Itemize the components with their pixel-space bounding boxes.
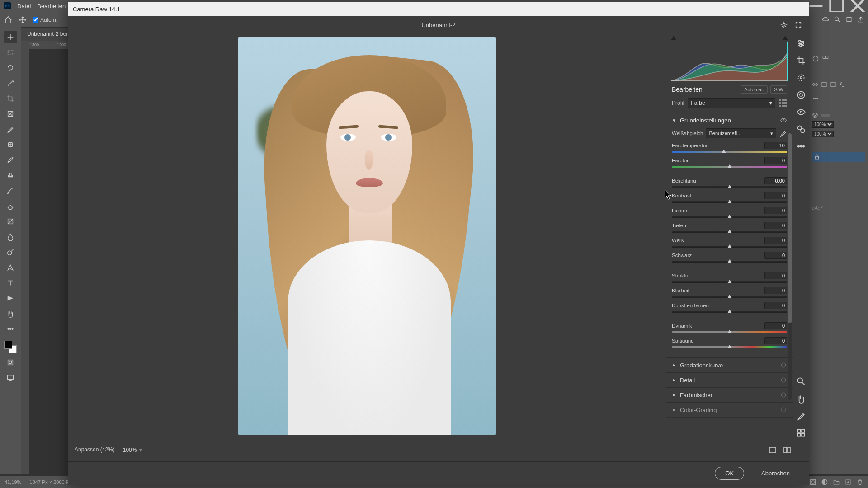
gear-icon[interactable] [780,21,788,29]
screenmode-icon[interactable] [4,371,17,384]
slider-saturation[interactable]: Sättigung0 [672,337,787,348]
scrollbar-thumb[interactable] [788,133,792,323]
masking-icon[interactable] [796,90,806,100]
eye-icon[interactable] [812,81,818,88]
bw-button[interactable]: S/W [770,85,787,94]
crop-tool-icon[interactable] [4,92,17,105]
slider-value[interactable]: -10 [764,142,787,149]
chevron-down-icon[interactable]: ▾ [139,447,142,453]
selected-layer[interactable] [812,152,865,162]
gradient-tool-icon[interactable] [4,215,17,228]
dialog-title-bar[interactable]: Camera Raw 14.1 [68,2,809,16]
slider-value[interactable]: 0 [764,272,787,279]
slider-value[interactable]: 0 [764,207,787,214]
auto-button[interactable]: Automat. [741,85,768,94]
healing-tool-icon[interactable] [4,138,17,151]
clip-highlight-icon[interactable] [783,36,788,40]
cloud-icon[interactable] [822,16,829,23]
zoom-level[interactable]: 41,19% [5,479,21,485]
redeye-icon[interactable] [796,107,806,117]
slider-knob[interactable] [727,280,732,283]
artboard-icon[interactable] [845,16,853,23]
blur-tool-icon[interactable] [4,230,17,243]
profile-browser-icon[interactable] [779,99,787,107]
slider-dehaze[interactable]: Dunst entfernen0 [672,302,787,313]
slider-value[interactable]: 0 [764,237,787,244]
slider-value[interactable]: 0 [764,252,787,259]
opacity-select[interactable]: 100% [812,121,834,128]
menu-file[interactable]: Datei [17,3,31,9]
wb-select[interactable]: Benutzerdefi… ▾ [706,128,776,138]
slider-value[interactable]: 0.00 [764,177,787,184]
section-basics-header[interactable]: ▼ Grundeinstellungen [666,113,793,127]
zoom-icon[interactable] [796,376,806,386]
slider-texture[interactable]: Struktur0 [672,272,787,283]
slider-knob[interactable] [727,164,732,168]
slider-temperature[interactable]: Farbtemperatur-10 [672,142,787,153]
more-actions-icon[interactable] [796,141,806,151]
eyedropper-tool-icon[interactable] [4,123,17,136]
before-after-single-icon[interactable] [768,446,777,455]
slider-knob[interactable] [727,259,732,263]
section-curve-header[interactable]: ▼ Gradationskurve [666,358,793,372]
ok-button[interactable]: OK [715,467,744,480]
frame-tool-icon[interactable] [4,108,17,120]
slider-vibrance[interactable]: Dynamik0 [672,322,787,333]
slider-knob[interactable] [727,330,732,333]
move-tool-opt-icon[interactable] [18,15,27,24]
visibility-toggle-icon[interactable] [780,391,787,399]
search-icon[interactable] [834,16,841,23]
auto-select-checkbox[interactable]: Autom. [33,17,57,23]
fullscreen-icon[interactable] [794,21,802,29]
dodge-tool-icon[interactable] [4,246,17,258]
fill-select[interactable]: 100% [812,131,834,137]
sampler-icon[interactable] [796,411,806,421]
adjustlayer-icon[interactable] [821,479,828,486]
healing-icon[interactable] [796,73,806,83]
link-icon[interactable] [839,81,845,88]
slider-highlights[interactable]: Lichter0 [672,207,787,218]
slider-shadows[interactable]: Tiefen0 [672,222,787,233]
adjust-icon[interactable] [812,55,819,62]
section-detail-header[interactable]: ▼ Detail [666,373,793,387]
slider-blacks[interactable]: Schwarz0 [672,252,787,263]
slider-tint[interactable]: Farbton0 [672,157,787,168]
path-tool-icon[interactable] [4,292,17,305]
eyedropper-icon[interactable] [779,129,787,137]
mask-icon[interactable] [809,479,816,486]
histogram[interactable] [666,34,793,84]
slider-value[interactable]: 0 [764,157,787,164]
wand-tool-icon[interactable] [4,77,17,89]
crop-icon[interactable] [796,56,806,66]
stamp-tool-icon[interactable] [4,169,17,182]
slider-value[interactable]: 0 [764,192,787,199]
panel-scrollbar[interactable] [788,133,792,400]
edit-sliders-icon[interactable] [796,38,806,48]
slider-knob[interactable] [727,185,732,188]
cancel-button[interactable]: Abbrechen [751,467,800,479]
fg-bg-swatch[interactable] [4,341,17,353]
fit-zoom-label[interactable]: Anpassen (42%) [75,445,115,455]
close-button[interactable] [847,0,868,12]
slider-value[interactable]: 0 [764,222,787,229]
slider-value[interactable]: 0 [764,302,787,309]
history-brush-icon[interactable] [4,184,17,197]
marquee-tool-icon[interactable] [4,46,17,59]
brush-tool-icon[interactable] [4,154,17,166]
slider-knob[interactable] [722,150,726,153]
slider-knob[interactable] [727,310,732,313]
hand-tool-icon[interactable] [4,307,17,320]
move-tool-icon[interactable] [4,31,17,43]
folder-icon[interactable] [833,479,840,486]
quickmask-icon[interactable] [4,356,17,369]
visibility-toggle-icon[interactable] [780,361,787,369]
menu-edit[interactable]: Bearbeiten [37,3,66,9]
hand-icon[interactable] [796,394,806,404]
slider-clarity[interactable]: Klarheit0 [672,287,787,298]
slider-knob[interactable] [727,215,732,218]
slider-contrast[interactable]: Kontrast0 [672,192,787,203]
more-tools-icon[interactable] [4,323,17,335]
eraser-tool-icon[interactable] [4,200,17,212]
before-after-split-icon[interactable] [783,446,792,455]
slider-knob[interactable] [727,200,732,203]
